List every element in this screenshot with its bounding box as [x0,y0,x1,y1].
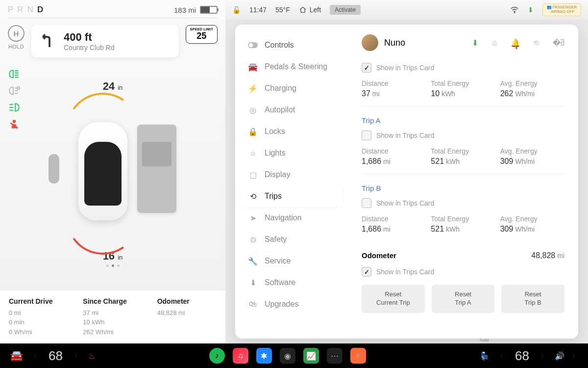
car-icon[interactable]: 🚘 [10,349,23,362]
volume-icon[interactable]: 🔊 [555,351,564,361]
settings-sidebar: Controls 🚘Pedals & Steering ⚡Charging ◎A… [235,25,348,339]
range-display: 183 mi [174,6,218,14]
temp-left[interactable]: 68 [49,348,63,364]
proximity-front: 24 in [103,80,123,93]
speed-limit-sign: SPEED LIMIT 25 [186,25,218,44]
settings-content: Nuno ⬇ ⌂ 🔔 ⎋ �შ Show in Trips Card [348,25,578,339]
odometer-label: Odometer [362,251,396,260]
dashcam-icon[interactable]: ◉ [280,348,295,364]
sidebar-item-navigation[interactable]: ➤Navigation [240,207,343,229]
battery-icon [200,6,218,14]
settings-panel: Controls 🚘Pedals & Steering ⚡Charging ◎A… [235,25,578,339]
page-indicator[interactable] [106,264,120,267]
show-trips-checkbox[interactable] [362,267,371,277]
download-icon: ⬇ [248,278,258,288]
sidebar-item-service[interactable]: 🔧Service [240,250,343,272]
vehicle-visualization[interactable] [39,98,186,245]
show-trips-checkbox[interactable] [362,198,371,208]
audio-app-icon[interactable]: ≡ [350,348,366,364]
ego-vehicle [78,122,127,220]
hold-icon: H [8,25,24,42]
show-trips-checkbox[interactable] [362,131,371,140]
activate-button[interactable]: Activate [330,5,361,15]
car-icon: 🚘 [248,62,258,72]
sidebar-item-trips[interactable]: ⟲Trips [240,185,343,207]
gear-selector: PRND [8,5,47,15]
temp-right[interactable]: 68 [515,348,529,364]
warning-icon: ⊙ [248,235,258,244]
hold-label: HOLD [8,44,24,50]
nav-icon: ➤ [248,213,258,223]
reset-trip-a-button[interactable]: Reset Trip A [432,285,495,313]
user-name[interactable]: Nuno [384,38,466,48]
status-bar: 🔓 11:47 55°F Left Activate ⬇ 👥 PASSENGER… [225,0,588,20]
show-trips-checkbox[interactable] [362,63,371,73]
sidebar-item-locks[interactable]: 🔒Locks [240,121,343,142]
svg-point-2 [514,12,515,13]
temp-down-left[interactable]: 〈 [31,352,37,360]
temp-up-left[interactable]: 〉 [74,352,80,360]
homelink[interactable]: Left [299,6,321,14]
nav-direction-card[interactable]: 400 ft Country Club Rd [31,25,179,57]
sidebar-item-safety[interactable]: ⊙Safety [240,229,343,250]
sidebar-item-autopilot[interactable]: ◎Autopilot [240,99,343,121]
bolt-icon: ⚡ [248,83,258,93]
download-icon[interactable]: ⬇ [528,6,534,14]
sidebar-item-upgrades[interactable]: 🛍Upgrades [240,293,343,315]
trip-stats-card[interactable]: Current Drive 0 mi 0 min 0 Wh/mi Since C… [0,290,225,344]
spotify-icon[interactable]: ♪ [209,348,225,364]
trip-b-title: Trip B [362,184,564,192]
route-icon: ⟲ [248,191,258,201]
toggle-icon [248,40,258,50]
reset-trip-b-button[interactable]: Reset Trip B [501,285,564,313]
stocks-icon[interactable]: 📈 [303,348,319,364]
bell-icon[interactable]: 🔔 [511,38,520,48]
temp-up-right[interactable]: 〉 [541,352,547,360]
display-icon: ▢ [248,170,258,180]
seat-heat-right-icon[interactable]: Auto💺 [480,351,490,361]
avatar[interactable] [362,34,378,51]
airbag-warning: 👥 PASSENGER AIRBAG OFF [542,3,581,16]
garage-icon[interactable]: ⌂ [492,38,497,48]
clock: 11:47 [249,6,267,14]
nearby-vehicle [137,125,176,213]
wifi-icon[interactable] [510,6,519,13]
apple-music-icon[interactable]: ♫ [233,348,248,364]
instrument-cluster: PRND 183 mi H HOLD 400 ft Country Club R… [0,0,225,343]
lock-icon: 🔒 [248,127,258,136]
seat-heat-left-icon[interactable]: ♨ [88,351,95,361]
more-apps-icon[interactable]: ⋯ [327,348,343,364]
trip-a-title: Trip A [362,116,564,125]
bluetooth-icon[interactable]: ⎋ [534,38,539,48]
download-icon[interactable]: ⬇ [472,38,478,48]
bottom-dock: 🚘 〈 68 〉 ♨ ♪ ♫ ✱ ◉ 📈 ⋯ ≡ Auto💺 〈 68 〉 🔊 … [0,343,588,368]
nearby-motorcycle [44,147,64,191]
temp-down-right[interactable]: 〈 [497,352,503,360]
outside-temp: 55°F [275,6,290,14]
sidebar-item-controls[interactable]: Controls [240,34,343,56]
lock-icon[interactable]: 🔓 [232,6,241,14]
bluetooth-app-icon[interactable]: ✱ [256,348,272,364]
wrench-icon: 🔧 [248,256,258,266]
reset-current-button[interactable]: Reset Current Trip [362,285,425,313]
wheel-icon: ◎ [248,105,258,115]
svg-point-4 [249,43,253,47]
sidebar-item-display[interactable]: ▢Display [240,164,343,185]
sidebar-item-software[interactable]: ⬇Software [240,272,343,293]
bulb-icon: ☼ [248,148,258,158]
bag-icon: 🛍 [248,299,258,309]
sidebar-item-charging[interactable]: ⚡Charging [240,78,343,99]
volume-up[interactable]: 〉 [572,352,578,360]
sidebar-item-pedals[interactable]: 🚘Pedals & Steering [240,56,343,78]
sidebar-item-lights[interactable]: ☼Lights [240,142,343,164]
wifi-icon[interactable]: �შ [553,38,564,48]
turn-left-icon [39,32,57,50]
